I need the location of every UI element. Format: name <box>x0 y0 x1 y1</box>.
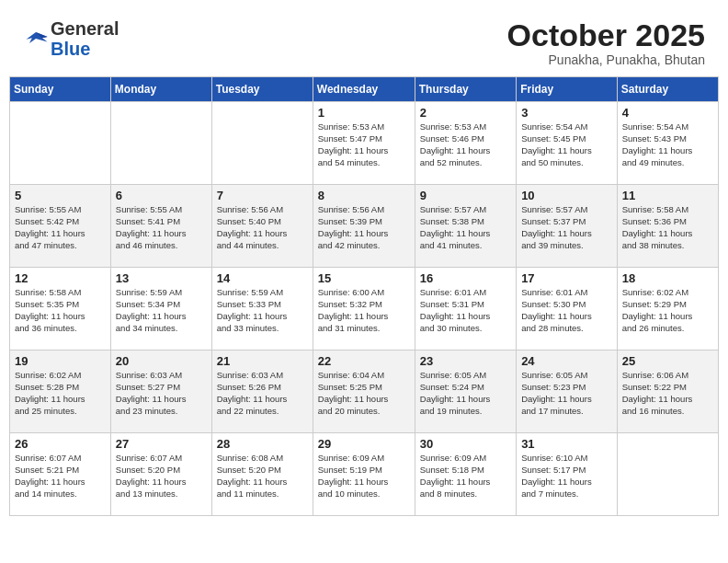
calendar-cell: 19Sunrise: 6:02 AM Sunset: 5:28 PM Dayli… <box>10 350 111 433</box>
calendar-cell: 20Sunrise: 6:03 AM Sunset: 5:27 PM Dayli… <box>110 350 211 433</box>
weekday-header-tuesday: Tuesday <box>211 77 313 102</box>
weekday-header-sunday: Sunday <box>10 77 111 102</box>
calendar-cell: 25Sunrise: 6:06 AM Sunset: 5:22 PM Dayli… <box>617 350 718 433</box>
day-info: Sunrise: 5:56 AM Sunset: 5:40 PM Dayligh… <box>217 204 308 251</box>
calendar-cell: 6Sunrise: 5:55 AM Sunset: 5:41 PM Daylig… <box>110 185 211 268</box>
calendar-cell: 23Sunrise: 6:05 AM Sunset: 5:24 PM Dayli… <box>415 350 516 433</box>
day-info: Sunrise: 5:57 AM Sunset: 5:37 PM Dayligh… <box>521 204 612 251</box>
calendar-cell: 14Sunrise: 5:59 AM Sunset: 5:33 PM Dayli… <box>211 268 313 350</box>
calendar-cell: 22Sunrise: 6:04 AM Sunset: 5:25 PM Dayli… <box>313 350 415 433</box>
day-info: Sunrise: 6:03 AM Sunset: 5:26 PM Dayligh… <box>217 370 308 417</box>
day-number: 26 <box>15 437 106 451</box>
day-info: Sunrise: 5:58 AM Sunset: 5:36 PM Dayligh… <box>622 204 713 251</box>
calendar-cell: 15Sunrise: 6:00 AM Sunset: 5:32 PM Dayli… <box>313 268 415 350</box>
day-number: 2 <box>420 106 511 120</box>
day-info: Sunrise: 6:09 AM Sunset: 5:18 PM Dayligh… <box>420 453 511 500</box>
day-number: 31 <box>521 437 612 451</box>
calendar-cell: 1Sunrise: 5:53 AM Sunset: 5:47 PM Daylig… <box>313 102 415 185</box>
day-number: 29 <box>318 437 410 451</box>
day-number: 3 <box>521 106 612 120</box>
weekday-header-saturday: Saturday <box>617 77 718 102</box>
calendar-cell <box>110 102 211 185</box>
day-info: Sunrise: 5:57 AM Sunset: 5:38 PM Dayligh… <box>420 204 511 251</box>
weekday-header-thursday: Thursday <box>415 77 516 102</box>
day-number: 21 <box>217 354 308 368</box>
calendar-cell: 7Sunrise: 5:56 AM Sunset: 5:40 PM Daylig… <box>211 185 313 268</box>
day-info: Sunrise: 6:09 AM Sunset: 5:19 PM Dayligh… <box>318 453 410 500</box>
calendar-cell: 11Sunrise: 5:58 AM Sunset: 5:36 PM Dayli… <box>617 185 718 268</box>
calendar-cell: 13Sunrise: 5:59 AM Sunset: 5:34 PM Dayli… <box>110 268 211 350</box>
day-info: Sunrise: 6:04 AM Sunset: 5:25 PM Dayligh… <box>318 370 410 417</box>
day-number: 1 <box>318 106 410 120</box>
logo-text-general: General <box>51 18 119 39</box>
calendar-table: SundayMondayTuesdayWednesdayThursdayFrid… <box>9 76 719 516</box>
calendar-cell: 28Sunrise: 6:08 AM Sunset: 5:20 PM Dayli… <box>211 433 313 516</box>
logo-icon <box>23 29 49 49</box>
day-info: Sunrise: 6:00 AM Sunset: 5:32 PM Dayligh… <box>318 287 410 334</box>
calendar-cell: 26Sunrise: 6:07 AM Sunset: 5:21 PM Dayli… <box>10 433 111 516</box>
day-number: 25 <box>622 354 713 368</box>
weekday-header-wednesday: Wednesday <box>313 77 415 102</box>
day-info: Sunrise: 5:55 AM Sunset: 5:42 PM Dayligh… <box>15 204 106 251</box>
calendar-cell: 17Sunrise: 6:01 AM Sunset: 5:30 PM Dayli… <box>517 268 618 350</box>
calendar-cell: 9Sunrise: 5:57 AM Sunset: 5:38 PM Daylig… <box>415 185 516 268</box>
calendar-cell: 12Sunrise: 5:58 AM Sunset: 5:35 PM Dayli… <box>10 268 111 350</box>
logo-text-blue: Blue <box>51 39 119 59</box>
svg-marker-0 <box>27 32 48 43</box>
day-info: Sunrise: 6:05 AM Sunset: 5:23 PM Dayligh… <box>521 370 612 417</box>
calendar-cell: 3Sunrise: 5:54 AM Sunset: 5:45 PM Daylig… <box>517 102 618 185</box>
weekday-header-friday: Friday <box>517 77 618 102</box>
weekday-header-monday: Monday <box>110 77 211 102</box>
day-number: 13 <box>116 271 207 285</box>
calendar-cell: 31Sunrise: 6:10 AM Sunset: 5:17 PM Dayli… <box>517 433 618 516</box>
day-info: Sunrise: 6:01 AM Sunset: 5:30 PM Dayligh… <box>521 287 612 334</box>
day-info: Sunrise: 5:53 AM Sunset: 5:46 PM Dayligh… <box>420 121 511 168</box>
week-row-3: 12Sunrise: 5:58 AM Sunset: 5:35 PM Dayli… <box>10 268 719 350</box>
calendar-cell: 2Sunrise: 5:53 AM Sunset: 5:46 PM Daylig… <box>415 102 516 185</box>
calendar-cell: 27Sunrise: 6:07 AM Sunset: 5:20 PM Dayli… <box>110 433 211 516</box>
day-info: Sunrise: 5:55 AM Sunset: 5:41 PM Dayligh… <box>116 204 207 251</box>
day-info: Sunrise: 6:07 AM Sunset: 5:21 PM Dayligh… <box>15 453 106 500</box>
day-info: Sunrise: 5:54 AM Sunset: 5:43 PM Dayligh… <box>622 121 713 168</box>
day-info: Sunrise: 6:08 AM Sunset: 5:20 PM Dayligh… <box>217 453 308 500</box>
title-block: October 2025 Punakha, Punakha, Bhutan <box>507 18 705 67</box>
day-number: 20 <box>116 354 207 368</box>
month-title: October 2025 <box>507 18 705 52</box>
day-number: 30 <box>420 437 511 451</box>
day-number: 9 <box>420 189 511 202</box>
day-number: 8 <box>318 189 410 202</box>
calendar-cell: 10Sunrise: 5:57 AM Sunset: 5:37 PM Dayli… <box>517 185 618 268</box>
day-info: Sunrise: 6:05 AM Sunset: 5:24 PM Dayligh… <box>420 370 511 417</box>
logo: General Blue <box>23 18 119 59</box>
day-info: Sunrise: 6:02 AM Sunset: 5:29 PM Dayligh… <box>622 287 713 334</box>
calendar-cell: 8Sunrise: 5:56 AM Sunset: 5:39 PM Daylig… <box>313 185 415 268</box>
day-number: 22 <box>318 354 410 368</box>
day-number: 17 <box>521 271 612 285</box>
day-info: Sunrise: 6:06 AM Sunset: 5:22 PM Dayligh… <box>622 370 713 417</box>
calendar-cell: 29Sunrise: 6:09 AM Sunset: 5:19 PM Dayli… <box>313 433 415 516</box>
calendar-cell <box>617 433 718 516</box>
calendar-cell: 18Sunrise: 6:02 AM Sunset: 5:29 PM Dayli… <box>617 268 718 350</box>
weekday-header-row: SundayMondayTuesdayWednesdayThursdayFrid… <box>10 77 719 102</box>
day-number: 4 <box>622 106 713 120</box>
day-number: 5 <box>15 189 106 202</box>
day-info: Sunrise: 5:53 AM Sunset: 5:47 PM Dayligh… <box>318 121 410 168</box>
day-number: 14 <box>217 271 308 285</box>
calendar-cell <box>10 102 111 185</box>
day-info: Sunrise: 6:10 AM Sunset: 5:17 PM Dayligh… <box>521 453 612 500</box>
day-info: Sunrise: 5:59 AM Sunset: 5:34 PM Dayligh… <box>116 287 207 334</box>
day-info: Sunrise: 6:07 AM Sunset: 5:20 PM Dayligh… <box>116 453 207 500</box>
day-info: Sunrise: 6:03 AM Sunset: 5:27 PM Dayligh… <box>116 370 207 417</box>
day-number: 27 <box>116 437 207 451</box>
day-number: 11 <box>622 189 713 202</box>
day-number: 28 <box>217 437 308 451</box>
calendar-cell: 21Sunrise: 6:03 AM Sunset: 5:26 PM Dayli… <box>211 350 313 433</box>
day-info: Sunrise: 5:58 AM Sunset: 5:35 PM Dayligh… <box>15 287 106 334</box>
day-number: 18 <box>622 271 713 285</box>
location-subtitle: Punakha, Punakha, Bhutan <box>507 52 705 67</box>
day-info: Sunrise: 5:59 AM Sunset: 5:33 PM Dayligh… <box>217 287 308 334</box>
day-number: 12 <box>15 271 106 285</box>
week-row-5: 26Sunrise: 6:07 AM Sunset: 5:21 PM Dayli… <box>10 433 719 516</box>
calendar-cell <box>211 102 313 185</box>
day-number: 15 <box>318 271 410 285</box>
